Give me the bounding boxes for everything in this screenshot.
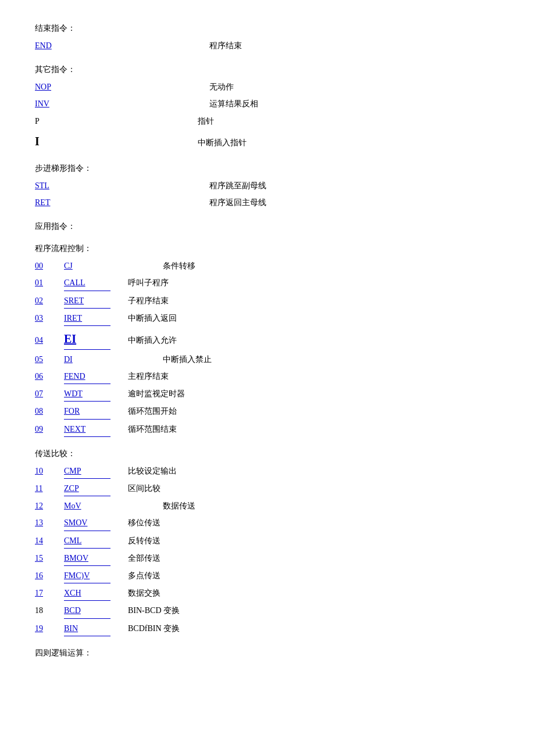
transfer-num-12[interactable]: 12 (35, 499, 58, 513)
flow-desc-08: 循环范围开始 (128, 404, 177, 418)
transfer-desc-19: BCDfBIN 变换 (128, 621, 180, 636)
transfer-cmd-smov[interactable]: SMOV (64, 515, 110, 531)
transfer-num-11[interactable]: 11 (35, 481, 58, 496)
flow-desc-00: 条件转移 (163, 259, 195, 273)
transfer-row-19: 19 BIN BCDfBIN 变换 (35, 621, 500, 636)
flow-desc-05: 中断插入禁止 (163, 352, 212, 367)
inv-desc: 运算结果反相 (209, 96, 258, 111)
transfer-desc-17: 数据交换 (128, 586, 160, 600)
flow-cmd-di[interactable]: DI (64, 352, 134, 367)
transfer-num-10[interactable]: 10 (35, 464, 58, 478)
transfer-desc-18: BIN-BCD 变换 (128, 603, 180, 618)
flow-cmd-for[interactable]: FOR (64, 404, 110, 419)
transfer-cmd-bin[interactable]: BIN (64, 621, 110, 636)
flow-cmd-iret[interactable]: IRET (64, 311, 110, 326)
transfer-row-17: 17 XCH 数据交换 (35, 586, 500, 601)
app-section-title: 应用指令： (35, 221, 500, 232)
transfer-cmd-xch[interactable]: XCH (64, 586, 110, 601)
flow-num-03[interactable]: 03 (35, 311, 58, 325)
transfer-cmd-zcp[interactable]: ZCP (64, 481, 110, 496)
flow-section: 程序流程控制： 00 CJ 条件转移 01 CALL 呼叫子程序 02 SRET… (35, 243, 500, 437)
flow-row-01: 01 CALL 呼叫子程序 (35, 275, 500, 291)
flow-num-01[interactable]: 01 (35, 275, 58, 290)
end-item-row: END 程序结束 (35, 38, 500, 53)
flow-desc-06: 主程序结束 (128, 369, 169, 384)
end-cmd[interactable]: END (35, 38, 128, 53)
flow-cmd-call[interactable]: CALL (64, 275, 110, 291)
flow-row-03: 03 IRET 中断插入返回 (35, 311, 500, 326)
inv-row: INV 运算结果反相 (35, 96, 500, 111)
flow-row-06: 06 FEND 主程序结束 (35, 369, 500, 384)
i-row: I 中断插入指针 (35, 131, 500, 152)
end-desc: 程序结束 (209, 38, 242, 53)
flow-cmd-fend[interactable]: FEND (64, 369, 110, 384)
transfer-row-18: 18 BCD BIN-BCD 变换 (35, 603, 500, 618)
i-desc: 中断插入指针 (198, 135, 247, 150)
flow-num-02[interactable]: 02 (35, 293, 58, 308)
transfer-desc-16: 多点传送 (128, 568, 160, 583)
flow-num-06[interactable]: 06 (35, 369, 58, 384)
transfer-num-18: 18 (35, 603, 58, 618)
p-row: P 指针 (35, 114, 500, 128)
stl-section-title: 步进梯形指令： (35, 163, 500, 174)
transfer-cmd-cmp[interactable]: CMP (64, 464, 110, 479)
flow-desc-02: 子程序结束 (128, 293, 169, 308)
flow-row-09: 09 NEXT 循环范围结束 (35, 422, 500, 437)
flow-row-04: 04 EI 中断插入允许 (35, 328, 500, 350)
flow-desc-03: 中断插入返回 (128, 311, 177, 325)
flow-row-08: 08 FOR 循环范围开始 (35, 404, 500, 419)
transfer-row-15: 15 BMOV 全部传送 (35, 551, 500, 566)
flow-cmd-ei[interactable]: EI (64, 328, 110, 350)
nop-cmd[interactable]: NOP (35, 80, 128, 94)
flow-num-08[interactable]: 08 (35, 404, 58, 418)
flow-num-05[interactable]: 05 (35, 352, 58, 367)
transfer-section: 传送比较： 10 CMP 比较设定输出 11 ZCP 区间比较 12 MoV 数… (35, 449, 500, 636)
inv-cmd[interactable]: INV (35, 96, 128, 111)
transfer-row-11: 11 ZCP 区间比较 (35, 481, 500, 496)
transfer-row-10: 10 CMP 比较设定输出 (35, 464, 500, 479)
flow-cmd-cj[interactable]: CJ (64, 259, 134, 273)
flow-cmd-next[interactable]: NEXT (64, 422, 110, 437)
transfer-num-16[interactable]: 16 (35, 568, 58, 583)
transfer-row-13: 13 SMOV 移位传送 (35, 515, 500, 531)
stl-cmd[interactable]: STL (35, 178, 128, 193)
logic-section-title: 四则逻辑运算： (35, 648, 500, 658)
transfer-row-14: 14 CML 反转传送 (35, 533, 500, 549)
transfer-cmd-mov[interactable]: MoV (64, 499, 134, 513)
flow-cmd-sret[interactable]: SRET (64, 293, 110, 309)
stl-desc: 程序跳至副母线 (209, 178, 266, 193)
other-section-title: 其它指令： (35, 65, 500, 75)
flow-row-00: 00 CJ 条件转移 (35, 259, 500, 273)
flow-num-09[interactable]: 09 (35, 422, 58, 436)
p-cmd: P (35, 114, 58, 128)
end-section: 结束指令： END 程序结束 (35, 23, 500, 53)
other-section: 其它指令： NOP 无动作 INV 运算结果反相 P 指针 I 中断插入指针 (35, 65, 500, 152)
p-desc: 指针 (198, 114, 214, 128)
ret-desc: 程序返回主母线 (209, 195, 266, 210)
transfer-desc-11: 区间比较 (128, 481, 160, 496)
flow-num-00[interactable]: 00 (35, 259, 58, 273)
flow-num-07[interactable]: 07 (35, 386, 58, 401)
transfer-num-15[interactable]: 15 (35, 551, 58, 565)
ret-cmd[interactable]: RET (35, 195, 128, 210)
transfer-desc-13: 移位传送 (128, 515, 160, 530)
transfer-desc-15: 全部传送 (128, 551, 160, 565)
transfer-num-17[interactable]: 17 (35, 586, 58, 600)
flow-num-04[interactable]: 04 (35, 333, 58, 347)
transfer-desc-10: 比较设定输出 (128, 464, 177, 478)
logic-section: 四则逻辑运算： (35, 648, 500, 658)
transfer-cmd-fmcv[interactable]: FMC)V (64, 568, 110, 583)
transfer-row-16: 16 FMC)V 多点传送 (35, 568, 500, 583)
transfer-cmd-bcd[interactable]: BCD (64, 603, 110, 618)
transfer-num-14[interactable]: 14 (35, 533, 58, 548)
nop-desc: 无动作 (209, 80, 234, 94)
transfer-cmd-bmov[interactable]: BMOV (64, 551, 110, 566)
transfer-num-13[interactable]: 13 (35, 515, 58, 530)
flow-row-07: 07 WDT 逾时监视定时器 (35, 386, 500, 402)
app-section: 应用指令： (35, 221, 500, 232)
transfer-cmd-cml[interactable]: CML (64, 533, 110, 549)
flow-cmd-wdt[interactable]: WDT (64, 386, 110, 402)
flow-desc-07: 逾时监视定时器 (128, 386, 185, 401)
transfer-num-19[interactable]: 19 (35, 621, 58, 636)
transfer-desc-12: 数据传送 (163, 499, 195, 513)
